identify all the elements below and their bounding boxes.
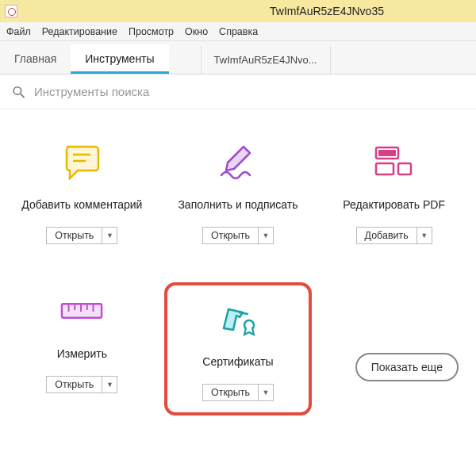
tab-document[interactable]: TwImfAuR5zE4JNvo... bbox=[201, 46, 331, 74]
app-icon bbox=[5, 5, 17, 17]
menu-edit[interactable]: Редактирование bbox=[42, 26, 117, 37]
open-button[interactable]: Открыть ▼ bbox=[46, 376, 117, 393]
tool-add-comment[interactable]: Добавить комментарий Открыть ▼ bbox=[8, 133, 156, 251]
open-button[interactable]: Открыть ▼ bbox=[202, 384, 274, 401]
tool-measure[interactable]: Измерить Открыть ▼ bbox=[8, 282, 156, 415]
titlebar: TwImfAuR5zE4JNvo35 bbox=[0, 0, 476, 22]
svg-rect-5 bbox=[378, 150, 396, 156]
menubar: Файл Редактирование Просмотр Окно Справк… bbox=[0, 22, 476, 41]
search-input[interactable] bbox=[34, 85, 465, 98]
chevron-down-icon[interactable]: ▼ bbox=[102, 228, 117, 243]
add-button[interactable]: Добавить ▼ bbox=[356, 227, 432, 244]
chevron-down-icon[interactable]: ▼ bbox=[417, 228, 432, 243]
tool-fill-sign[interactable]: Заполнить и подписать Открыть ▼ bbox=[164, 133, 313, 251]
tab-home[interactable]: Главная bbox=[0, 44, 71, 74]
tool-edit-pdf[interactable]: Редактировать PDF Добавить ▼ bbox=[320, 133, 468, 251]
chevron-down-icon[interactable]: ▼ bbox=[259, 385, 273, 400]
show-more-button[interactable]: Показать еще bbox=[355, 353, 459, 381]
edit-pdf-icon bbox=[372, 140, 416, 184]
certificate-icon bbox=[216, 297, 260, 341]
menu-view[interactable]: Просмотр bbox=[129, 26, 174, 37]
tool-label: Сертификаты bbox=[202, 347, 273, 376]
tools-search-bar bbox=[0, 75, 476, 109]
chevron-down-icon[interactable]: ▼ bbox=[102, 377, 117, 392]
svg-rect-6 bbox=[376, 163, 393, 174]
tool-certificates[interactable]: Сертификаты Открыть ▼ bbox=[164, 282, 313, 415]
open-button[interactable]: Открыть ▼ bbox=[46, 227, 117, 244]
menu-help[interactable]: Справка bbox=[219, 26, 258, 37]
svg-point-0 bbox=[13, 86, 21, 94]
menu-file[interactable]: Файл bbox=[6, 26, 31, 37]
open-button[interactable]: Открыть ▼ bbox=[202, 227, 274, 244]
tool-label: Редактировать PDF bbox=[343, 190, 445, 219]
sign-icon bbox=[216, 140, 260, 184]
window-title: TwImfAuR5zE4JNvo35 bbox=[24, 5, 471, 17]
tool-label: Заполнить и подписать bbox=[178, 190, 298, 219]
tabbar: Главная Инструменты TwImfAuR5zE4JNvo... bbox=[0, 41, 476, 75]
svg-rect-7 bbox=[398, 163, 411, 174]
comment-icon bbox=[60, 140, 104, 184]
svg-line-1 bbox=[21, 94, 25, 98]
ruler-icon bbox=[60, 289, 104, 333]
tool-label: Измерить bbox=[57, 339, 107, 368]
tab-tools[interactable]: Инструменты bbox=[71, 44, 168, 74]
tool-label: Добавить комментарий bbox=[21, 190, 142, 219]
search-icon bbox=[11, 84, 26, 100]
menu-window[interactable]: Окно bbox=[185, 26, 208, 37]
chevron-down-icon[interactable]: ▼ bbox=[259, 228, 273, 243]
